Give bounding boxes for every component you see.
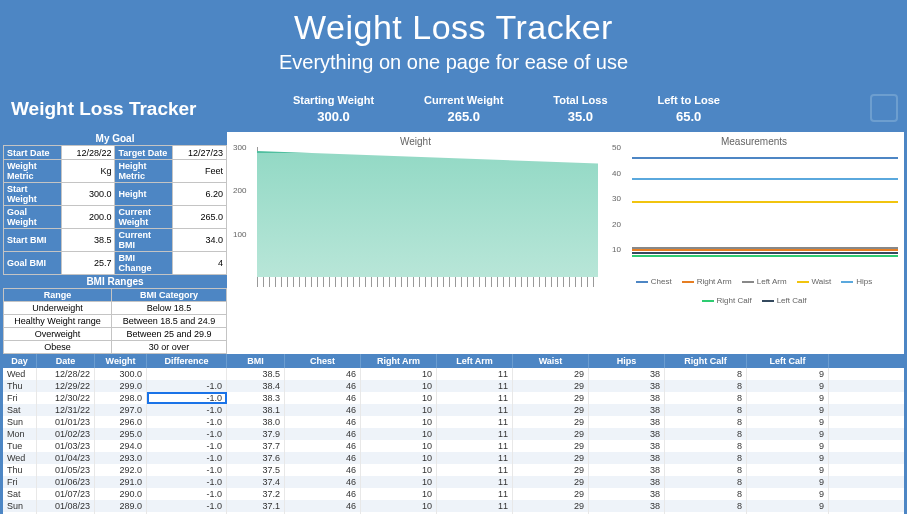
table-cell[interactable]: Thu [3, 380, 37, 392]
table-cell[interactable]: 9 [747, 368, 829, 380]
table-cell[interactable]: -1.0 [147, 476, 227, 488]
table-cell[interactable]: 46 [285, 440, 361, 452]
table-cell[interactable]: 38 [589, 488, 665, 500]
table-cell[interactable]: Sun [3, 500, 37, 512]
table-cell[interactable]: 46 [285, 416, 361, 428]
table-cell[interactable]: 29 [513, 452, 589, 464]
table-cell[interactable]: 29 [513, 404, 589, 416]
table-cell[interactable]: 10 [361, 500, 437, 512]
table-cell[interactable]: Thu [3, 464, 37, 476]
table-row[interactable]: Sat01/07/23290.0-1.037.2461011293889 [3, 488, 904, 500]
table-cell[interactable]: 9 [747, 488, 829, 500]
table-cell[interactable]: 9 [747, 452, 829, 464]
table-cell[interactable]: 38 [589, 392, 665, 404]
table-cell[interactable]: 11 [437, 488, 513, 500]
table-cell[interactable]: 292.0 [95, 464, 147, 476]
table-cell[interactable]: 29 [513, 392, 589, 404]
table-cell[interactable]: 01/01/23 [37, 416, 95, 428]
table-cell[interactable]: 9 [747, 500, 829, 512]
table-cell[interactable]: 38.4 [227, 380, 285, 392]
goal-cell[interactable]: 200.0 [61, 206, 115, 229]
table-row[interactable]: Fri12/30/22298.0-1.038.3461011293889 [3, 392, 904, 404]
table-cell[interactable]: 9 [747, 380, 829, 392]
table-cell[interactable] [147, 368, 227, 380]
table-cell[interactable]: Fri [3, 476, 37, 488]
table-row[interactable]: Thu12/29/22299.0-1.038.4461011293889 [3, 380, 904, 392]
table-cell[interactable]: 29 [513, 500, 589, 512]
table-cell[interactable]: 8 [665, 368, 747, 380]
table-row[interactable]: Tue01/03/23294.0-1.037.7461011293889 [3, 440, 904, 452]
goal-cell[interactable]: 300.0 [61, 183, 115, 206]
table-cell[interactable]: 8 [665, 488, 747, 500]
table-cell[interactable]: 46 [285, 392, 361, 404]
table-cell[interactable]: -1.0 [147, 380, 227, 392]
table-cell[interactable]: 289.0 [95, 500, 147, 512]
goal-cell[interactable]: 25.7 [61, 252, 115, 275]
table-cell[interactable]: 11 [437, 368, 513, 380]
table-cell[interactable]: 9 [747, 428, 829, 440]
table-cell[interactable]: 10 [361, 476, 437, 488]
table-cell[interactable]: 29 [513, 368, 589, 380]
table-cell[interactable]: 291.0 [95, 476, 147, 488]
table-cell[interactable]: 8 [665, 452, 747, 464]
table-cell[interactable]: 46 [285, 380, 361, 392]
table-row[interactable]: Mon01/02/23295.0-1.037.9461011293889 [3, 428, 904, 440]
table-cell[interactable]: 298.0 [95, 392, 147, 404]
table-cell[interactable]: 29 [513, 464, 589, 476]
table-cell[interactable]: Mon [3, 428, 37, 440]
table-cell[interactable]: -1.0 [147, 452, 227, 464]
table-cell[interactable]: 11 [437, 452, 513, 464]
table-cell[interactable]: 290.0 [95, 488, 147, 500]
table-cell[interactable]: 38 [589, 476, 665, 488]
table-cell[interactable]: Sat [3, 488, 37, 500]
table-cell[interactable]: 10 [361, 404, 437, 416]
table-cell[interactable]: 9 [747, 440, 829, 452]
table-cell[interactable]: 8 [665, 392, 747, 404]
table-cell[interactable]: 295.0 [95, 428, 147, 440]
table-cell[interactable]: 293.0 [95, 452, 147, 464]
table-cell[interactable]: 294.0 [95, 440, 147, 452]
table-row[interactable]: Sun01/01/23296.0-1.038.0461011293889 [3, 416, 904, 428]
table-cell[interactable]: 8 [665, 464, 747, 476]
table-cell[interactable]: -1.0 [147, 464, 227, 476]
table-cell[interactable]: -1.0 [147, 428, 227, 440]
table-cell[interactable]: 38.0 [227, 416, 285, 428]
goal-cell[interactable]: 265.0 [173, 206, 227, 229]
table-cell[interactable]: 11 [437, 416, 513, 428]
table-cell[interactable]: 11 [437, 476, 513, 488]
table-cell[interactable]: 46 [285, 368, 361, 380]
table-cell[interactable]: 8 [665, 380, 747, 392]
table-cell[interactable]: 38 [589, 416, 665, 428]
goal-table[interactable]: Start Date12/28/22Target Date12/27/23Wei… [3, 145, 227, 275]
goal-cell[interactable]: Kg [61, 160, 115, 183]
table-cell[interactable]: 38.1 [227, 404, 285, 416]
table-cell[interactable]: 296.0 [95, 416, 147, 428]
table-cell[interactable]: 38 [589, 368, 665, 380]
table-cell[interactable]: 299.0 [95, 380, 147, 392]
table-cell[interactable]: -1.0 [147, 392, 227, 404]
table-cell[interactable]: 37.7 [227, 440, 285, 452]
table-cell[interactable]: 11 [437, 404, 513, 416]
goal-cell[interactable]: Feet [173, 160, 227, 183]
table-row[interactable]: Sun01/08/23289.0-1.037.1461011293889 [3, 500, 904, 512]
table-cell[interactable]: 37.1 [227, 500, 285, 512]
table-cell[interactable]: -1.0 [147, 500, 227, 512]
table-cell[interactable]: 10 [361, 416, 437, 428]
table-cell[interactable]: 11 [437, 464, 513, 476]
table-cell[interactable]: 10 [361, 368, 437, 380]
table-cell[interactable]: 12/29/22 [37, 380, 95, 392]
table-cell[interactable]: 37.4 [227, 476, 285, 488]
table-cell[interactable]: 01/08/23 [37, 500, 95, 512]
goal-cell[interactable]: 12/28/22 [61, 146, 115, 160]
table-cell[interactable]: 01/07/23 [37, 488, 95, 500]
table-cell[interactable]: 29 [513, 476, 589, 488]
table-cell[interactable]: 38.3 [227, 392, 285, 404]
table-cell[interactable]: 9 [747, 464, 829, 476]
table-cell[interactable]: 10 [361, 464, 437, 476]
table-cell[interactable]: 10 [361, 452, 437, 464]
table-cell[interactable]: 38 [589, 500, 665, 512]
table-cell[interactable]: 46 [285, 500, 361, 512]
table-cell[interactable]: 37.5 [227, 464, 285, 476]
table-cell[interactable]: 29 [513, 380, 589, 392]
table-cell[interactable]: 38 [589, 464, 665, 476]
